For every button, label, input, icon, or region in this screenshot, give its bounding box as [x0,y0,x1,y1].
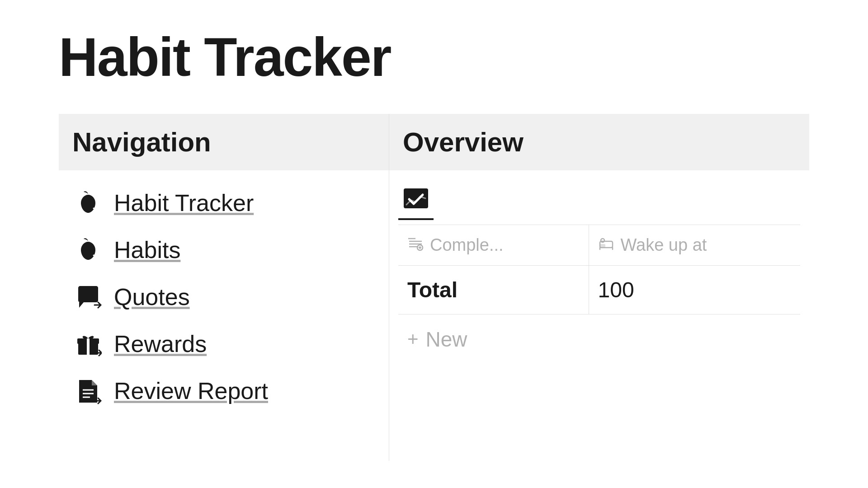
svg-point-18 [601,239,604,242]
nav-label-habits: Habits [114,236,180,263]
overview-panel: Overview [389,114,809,461]
new-plus-icon: + [407,328,419,350]
complete-col-label: Comple... [430,235,504,255]
nav-item-rewards[interactable]: Rewards [63,320,384,367]
nav-item-habit-tracker[interactable]: Habit Tracker [63,179,384,226]
overview-table: Comple... [398,225,800,314]
nav-item-review-report[interactable]: Review Report [63,367,384,414]
nav-header-title: Navigation [72,127,211,157]
svg-rect-2 [87,338,90,355]
total-value: 100 [598,278,634,302]
nav-label-review-report: Review Report [114,377,268,404]
table-row-total: Total 100 [398,266,800,314]
new-row[interactable]: + New [398,314,800,364]
wakeup-col-icon [598,235,614,255]
nav-label-rewards: Rewards [114,330,207,357]
col-header-wakeup: Wake up at [589,225,800,266]
col-header-complete: Comple... [398,225,589,266]
overview-body: Comple... [389,170,809,364]
complete-col-icon [407,235,424,255]
total-label-cell: Total [398,266,589,314]
wakeup-col-label: Wake up at [621,235,707,255]
habit-tracker-icon [72,189,104,216]
chart-tab[interactable] [398,184,434,220]
nav-item-habits[interactable]: Habits [63,226,384,273]
nav-item-quotes[interactable]: Quotes [63,273,384,320]
app-title: Habit Tracker [59,27,809,87]
habits-icon [72,236,104,263]
svg-rect-15 [600,244,605,248]
chart-tab-icon [403,188,429,216]
quotes-icon [72,283,104,310]
table-header-row: Comple... [398,225,800,266]
total-label: Total [407,278,458,302]
nav-panel: Navigation Habit Tracker [59,114,389,461]
new-label: New [426,327,467,352]
content-area: Navigation Habit Tracker [59,114,809,461]
nav-panel-header: Navigation [59,114,389,170]
rewards-icon [72,330,104,357]
review-report-icon [72,377,104,404]
total-value-cell: 100 [589,266,800,314]
nav-label-habit-tracker: Habit Tracker [114,189,254,216]
page-container: Habit Tracker Navigation [0,0,868,488]
overview-tab-bar [398,179,800,225]
overview-header-title: Overview [403,127,524,157]
nav-items-list: Habit Tracker Habits [59,170,389,423]
overview-panel-header: Overview [389,114,809,170]
nav-label-quotes: Quotes [114,283,190,310]
